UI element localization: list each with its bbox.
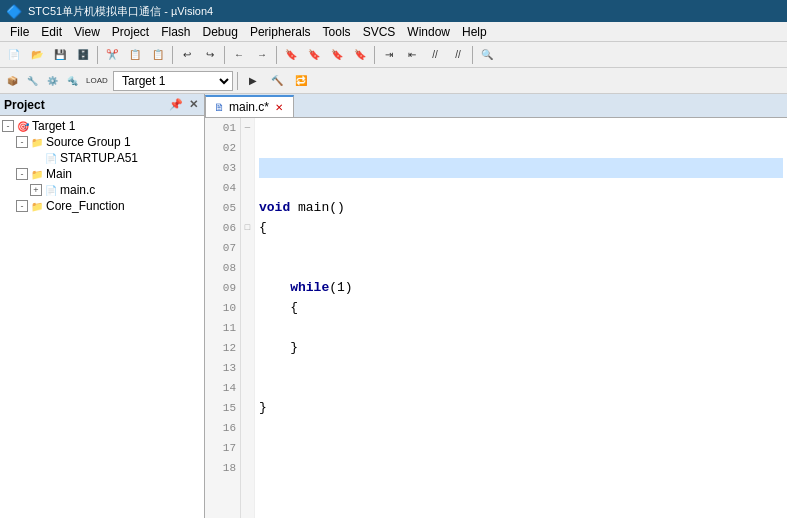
sidebar-close-btn[interactable]: ✕ [187, 97, 200, 112]
line-num-01: 01 [209, 118, 236, 138]
code-editor[interactable]: 010203040506070809101112131415161718 —□ … [205, 118, 787, 518]
code-gutter: —□ [241, 118, 255, 518]
open-file-btn[interactable]: 📂 [26, 44, 48, 66]
menu-item-peripherals[interactable]: Peripherals [244, 24, 317, 40]
tree-label-startup: STARTUP.A51 [60, 151, 138, 165]
line-num-02: 02 [209, 138, 236, 158]
bookmark1-btn[interactable]: 🔖 [280, 44, 302, 66]
gutter-09 [241, 278, 254, 298]
fwd-btn[interactable]: → [251, 44, 273, 66]
tree-label-source-group-1: Source Group 1 [46, 135, 131, 149]
paste-btn[interactable]: 📋 [147, 44, 169, 66]
tree-toggle-core-function[interactable]: - [16, 200, 28, 212]
uncomment-btn[interactable]: // [447, 44, 469, 66]
tb2-btn4[interactable]: 🔩 [63, 72, 81, 90]
tree-item-startup[interactable]: 📄STARTUP.A51 [0, 150, 204, 166]
tree-item-main-c[interactable]: +📄main.c [0, 182, 204, 198]
sep1 [97, 46, 98, 64]
editor-area: 🗎 main.c* ✕ 0102030405060708091011121314… [205, 94, 787, 518]
line-num-10: 10 [209, 298, 236, 318]
tree-item-target1[interactable]: -🎯Target 1 [0, 118, 204, 134]
cut-btn[interactable]: ✂️ [101, 44, 123, 66]
code-line-09: while(1) [259, 278, 783, 298]
target-select[interactable]: Target 1 [113, 71, 233, 91]
line-num-15: 15 [209, 398, 236, 418]
menu-item-window[interactable]: Window [401, 24, 456, 40]
tree-label-target1: Target 1 [32, 119, 75, 133]
menu-item-flash[interactable]: Flash [155, 24, 196, 40]
tree-toggle-main-group[interactable]: - [16, 168, 28, 180]
menu-item-tools[interactable]: Tools [317, 24, 357, 40]
code-content[interactable]: void main(){ while(1) { }} [255, 118, 787, 518]
tb2-btn1[interactable]: 📦 [3, 72, 21, 90]
line-num-05: 05 [209, 198, 236, 218]
tab-main-c[interactable]: 🗎 main.c* ✕ [205, 95, 294, 117]
comment-btn[interactable]: // [424, 44, 446, 66]
gutter-07 [241, 238, 254, 258]
build-btn[interactable]: 🔨 [266, 70, 288, 92]
tree-item-core-function[interactable]: -📁Core_Function [0, 198, 204, 214]
new-file-btn[interactable]: 📄 [3, 44, 25, 66]
tree-label-main-group: Main [46, 167, 72, 181]
redo-btn[interactable]: ↪ [199, 44, 221, 66]
tree-toggle-target1[interactable]: - [2, 120, 14, 132]
menu-item-edit[interactable]: Edit [35, 24, 68, 40]
copy-btn[interactable]: 📋 [124, 44, 146, 66]
gutter-14 [241, 378, 254, 398]
save-all-btn[interactable]: 🗄️ [72, 44, 94, 66]
run-btn[interactable]: ▶ [242, 70, 264, 92]
code-line-15: } [259, 398, 783, 418]
app-icon: 🔷 [6, 4, 22, 19]
sep-t1 [237, 72, 238, 90]
indent-btn[interactable]: ⇥ [378, 44, 400, 66]
back-btn[interactable]: ← [228, 44, 250, 66]
code-line-12: } [259, 338, 783, 358]
tree-item-source-group-1[interactable]: -📁Source Group 1 [0, 134, 204, 150]
find-btn[interactable]: 🔍 [476, 44, 498, 66]
menu-item-help[interactable]: Help [456, 24, 493, 40]
code-line-03 [259, 158, 783, 178]
menu-item-file[interactable]: File [4, 24, 35, 40]
line-num-11: 11 [209, 318, 236, 338]
gutter-11 [241, 318, 254, 338]
sidebar-pin-btn[interactable]: 📌 [167, 97, 185, 112]
bookmark2-btn[interactable]: 🔖 [303, 44, 325, 66]
line-num-14: 14 [209, 378, 236, 398]
sep6 [472, 46, 473, 64]
tb2-btn2[interactable]: 🔧 [23, 72, 41, 90]
menu-item-debug[interactable]: Debug [197, 24, 244, 40]
line-num-16: 16 [209, 418, 236, 438]
gutter-15 [241, 398, 254, 418]
save-btn[interactable]: 💾 [49, 44, 71, 66]
tree-toggle-main-c[interactable]: + [30, 184, 42, 196]
sep5 [374, 46, 375, 64]
tree-toggle-source-group-1[interactable]: - [16, 136, 28, 148]
menu-item-svcs[interactable]: SVCS [357, 24, 402, 40]
gutter-18 [241, 458, 254, 478]
gutter-08 [241, 258, 254, 278]
bookmark3-btn[interactable]: 🔖 [326, 44, 348, 66]
tb2-btn3[interactable]: ⚙️ [43, 72, 61, 90]
sep2 [172, 46, 173, 64]
gutter-16 [241, 418, 254, 438]
tab-close-btn[interactable]: ✕ [273, 101, 285, 113]
code-line-13 [259, 358, 783, 378]
rebuild-btn[interactable]: 🔁 [290, 70, 312, 92]
tree-icon-main-c: 📄 [44, 183, 58, 197]
menu-item-project[interactable]: Project [106, 24, 155, 40]
unindent-btn[interactable]: ⇤ [401, 44, 423, 66]
undo-btn[interactable]: ↩ [176, 44, 198, 66]
gutter-01: — [241, 118, 254, 138]
tree-icon-main-group: 📁 [30, 167, 44, 181]
menu-item-view[interactable]: View [68, 24, 106, 40]
gutter-13 [241, 358, 254, 378]
code-line-17 [259, 438, 783, 458]
line-num-08: 08 [209, 258, 236, 278]
tree-item-main-group[interactable]: -📁Main [0, 166, 204, 182]
line-num-13: 13 [209, 358, 236, 378]
bookmark4-btn[interactable]: 🔖 [349, 44, 371, 66]
tb2-load-btn[interactable]: LOAD [83, 72, 111, 90]
gutter-05 [241, 198, 254, 218]
code-line-10: { [259, 298, 783, 318]
code-line-14 [259, 378, 783, 398]
